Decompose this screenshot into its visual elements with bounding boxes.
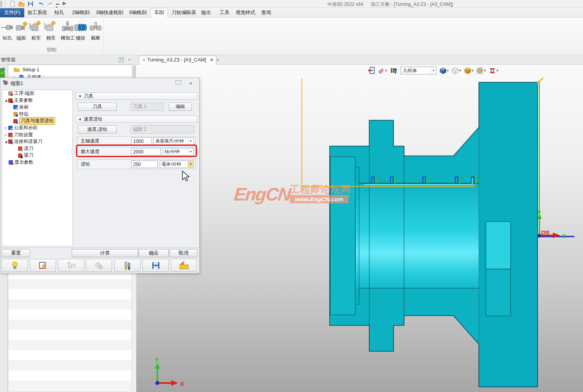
tree-item-tolerance[interactable]: ▷公差和步距 [2, 125, 72, 132]
unit-dropdown-icon[interactable]: ▾ [188, 138, 193, 144]
tool-manager-button[interactable] [114, 259, 141, 272]
tree-item-lead-out[interactable]: 退刀 [2, 152, 72, 159]
menu-tab-inquire[interactable]: 查询 [261, 8, 271, 18]
color-filter-icon[interactable] [390, 67, 398, 74]
spindle-speed-input[interactable] [131, 137, 152, 145]
redo-icon[interactable] [47, 1, 53, 7]
folder-import-icon [179, 261, 189, 270]
open-file-icon[interactable] [18, 1, 25, 7]
panel-restore-icon[interactable] [119, 57, 124, 62]
tab-plus-icon: + [143, 57, 145, 63]
tree-item-operation[interactable]: 工序:端面 [2, 90, 72, 97]
exit-environment-icon[interactable] [367, 67, 375, 74]
erase-tool[interactable]: ▾ [378, 67, 387, 74]
undo-icon[interactable] [38, 1, 44, 7]
wireframe-cube-icon [451, 67, 459, 74]
tool-name-field[interactable]: 刀具 1 [130, 103, 164, 111]
load-operation-button[interactable] [171, 259, 197, 272]
bounding-box-icon [464, 67, 471, 74]
ribbon-tool-rough-turn[interactable]: 粗车 [29, 21, 43, 42]
unit-dropdown-icon[interactable]: ▾ [188, 161, 193, 167]
hint-button[interactable] [2, 259, 28, 272]
view-coordinate-triad: Y X [155, 356, 184, 387]
combo-dropdown-icon[interactable]: ▾ [431, 67, 436, 74]
ribbon-tool-facing[interactable]: 端面 [14, 21, 28, 42]
dialog-footer-separator [0, 247, 199, 248]
shaded-display[interactable]: ▾ [439, 67, 449, 74]
tree-item-setup[interactable]: Setup 1 [14, 66, 40, 74]
section-view-tool[interactable]: ▾ [489, 67, 498, 74]
edit-definition-button[interactable] [30, 259, 56, 272]
tab-close-icon[interactable]: × [210, 57, 213, 63]
dialog-close-icon[interactable]: × [189, 80, 192, 86]
tool-button[interactable]: 刀具 [78, 103, 117, 111]
save-icon[interactable] [27, 1, 34, 7]
ok-button[interactable]: 确定 [139, 249, 169, 257]
tool-edit-button[interactable]: 编辑 [169, 103, 192, 111]
tool-section-header[interactable]: ▼刀具 [76, 92, 197, 100]
feed-section-header[interactable]: ▼速度进给 [76, 116, 197, 123]
ribbon-tool-cutoff[interactable]: 截断 [88, 21, 103, 42]
menu-tab-5axis-mill[interactable]: 5轴铣削 [129, 8, 146, 18]
tree-item-main-params[interactable]: ◢主要参数 [2, 97, 72, 104]
gears-icon [94, 261, 104, 270]
bounding-box-display[interactable]: ▾ [464, 67, 474, 74]
new-tab-button[interactable]: + [216, 56, 220, 63]
finish-turning-icon [44, 21, 58, 34]
tree-item-lead-in[interactable]: 进刀 [2, 145, 72, 152]
speed-feed-button[interactable]: 速度,进给 [78, 125, 117, 134]
tree-item-feature[interactable]: 特征 [2, 111, 72, 118]
ribbon-tool-finish-turn[interactable]: 精车 [44, 21, 58, 42]
calculate-button[interactable]: 计算 [72, 249, 138, 257]
viewport-3d[interactable]: Y Z00 X Y X ▾ 几何体 ▾ ▾ ▾ ▾ ▾ ▾ EngCN 工 [136, 65, 583, 392]
comment-icon[interactable] [175, 80, 181, 85]
play-icon[interactable]: ▶ [63, 0, 69, 7]
menu-tab-visual-style[interactable]: 视觉样式 [236, 8, 255, 18]
menu-tab-2axis-mill[interactable]: 2轴铣削 [72, 8, 89, 18]
tree-item-tool-feed[interactable]: 刀具与速度进给 [2, 117, 72, 125]
zoom-lens-tool[interactable]: ▾ [476, 67, 486, 74]
main-params-icon [8, 98, 13, 103]
feed-rate-input[interactable] [131, 161, 158, 168]
customize-toolbar-icon[interactable]: ▬▾ [56, 2, 62, 8]
bolt-hole-section-upper [486, 222, 511, 269]
ribbon-group-label: 切削 [0, 47, 103, 53]
app-menu-icon[interactable] [0, 1, 2, 7]
menu-tab-drill[interactable]: 钻孔 [54, 8, 64, 18]
toolpath-icon [67, 261, 76, 270]
save-operation-button[interactable] [143, 259, 169, 272]
menu-tab-3axis-quick-mill[interactable]: 3轴快速铣削 [96, 8, 123, 18]
cancel-button[interactable]: 取消 [170, 249, 197, 257]
model-canvas[interactable]: Y Z00 X Y X [136, 65, 583, 392]
tree-item-toolpath-settings[interactable]: ▷刀轨设置 [2, 132, 72, 139]
tree-item-display-params[interactable]: 显示参数 [2, 159, 72, 166]
wireframe-display[interactable]: ▾ [451, 67, 461, 74]
menu-tab-machining-system[interactable]: 加工系统 [27, 8, 47, 18]
tree-item-coordinates[interactable]: 坐标 [2, 104, 72, 111]
ribbon-tool-thread[interactable]: 螺纹 [74, 21, 88, 42]
ribbon-tool-drill[interactable]: 钻孔 [1, 21, 14, 42]
display-mode-combo[interactable]: 几何体 ▾ [401, 67, 437, 74]
menu-tab-output[interactable]: 输出 [201, 8, 211, 18]
file-menu-button[interactable]: 文件(F) [0, 8, 24, 17]
document-tab[interactable]: +Turning_A3.Z3 - [A3_CAM] × [139, 56, 217, 65]
tree-item-link-lead[interactable]: ◢连接和进退刀 [2, 138, 72, 145]
machine-simulation-button[interactable] [86, 259, 112, 272]
toolpath-button[interactable] [58, 259, 84, 272]
title-bar: ▬▾ ▶ 中望3D 2022 x64 加工方案 - [Turning_A3.Z3… [0, 0, 583, 8]
reset-button[interactable]: 重置 [2, 249, 30, 257]
lead-out-icon [18, 154, 22, 158]
feed-rate-unit-select[interactable]: 毫米/分钟▾ [160, 161, 194, 168]
layer-manager-icon[interactable] [0, 68, 7, 78]
speed-feed-name-field[interactable]: 端面 1 [130, 125, 194, 134]
grooving-icon [61, 21, 74, 34]
ribbon: 钻孔 端面 粗车 精车 槽加工 螺纹 截断 切削 [0, 18, 583, 55]
spindle-speed-unit-select[interactable]: 表面英尺/分钟▾ [153, 137, 194, 145]
view-x-label: X [180, 380, 184, 387]
operation-dialog: 端面1 × 工序:端面 ◢主要参数 坐标 特征 刀具与速度进给 ▷公差和步距 ▷… [0, 78, 200, 273]
menu-tab-tools[interactable]: 工具 [220, 8, 229, 18]
new-file-icon[interactable] [9, 1, 16, 7]
menu-tab-turning[interactable]: 车削 [150, 8, 168, 18]
panel-close-icon[interactable]: × [127, 57, 132, 62]
menu-tab-toolpath-editor[interactable]: 刀轨编辑器 [171, 8, 196, 18]
